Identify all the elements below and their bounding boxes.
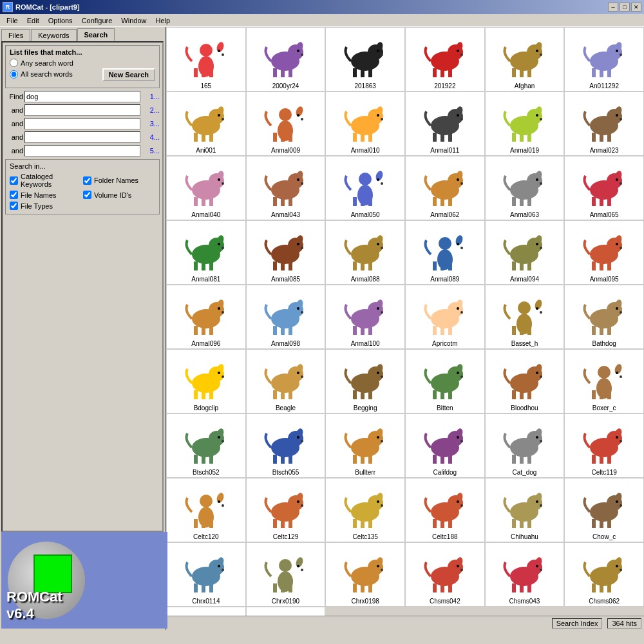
image-cell[interactable]: Anmal050 bbox=[325, 156, 405, 220]
menu-configure[interactable]: Configure bbox=[78, 15, 117, 26]
image-cell[interactable]: Bdogclip bbox=[166, 349, 246, 413]
find-num-4[interactable]: 4... bbox=[142, 133, 160, 141]
svg-point-238 bbox=[616, 307, 618, 310]
image-cell[interactable]: Anmal096 bbox=[166, 285, 246, 349]
image-cell[interactable]: Anmal098 bbox=[246, 285, 326, 349]
menu-file[interactable]: File bbox=[3, 15, 22, 26]
image-cell[interactable]: Basset_h bbox=[485, 285, 565, 349]
cell-label: Anmal019 bbox=[510, 147, 539, 154]
image-cell[interactable]: Anmal089 bbox=[405, 220, 485, 285]
find-input-2[interactable] bbox=[24, 104, 140, 116]
tab-keywords[interactable]: Keywords bbox=[31, 29, 76, 41]
image-cell[interactable]: Chow_c bbox=[564, 478, 644, 542]
image-placeholder bbox=[260, 484, 311, 532]
image-cell[interactable]: Anmal095 bbox=[564, 220, 644, 285]
radio-any-word[interactable] bbox=[10, 59, 18, 67]
find-input-4[interactable] bbox=[24, 131, 140, 143]
image-cell[interactable]: Anmal011 bbox=[405, 91, 485, 156]
image-cell[interactable]: Btsch052 bbox=[166, 413, 246, 478]
find-num-2[interactable]: 2... bbox=[142, 106, 160, 114]
find-num-1[interactable]: 1... bbox=[142, 93, 160, 100]
image-cell[interactable]: Anmal023 bbox=[564, 91, 644, 156]
checkbox-folder-names[interactable] bbox=[83, 176, 91, 185]
logo-green-square bbox=[33, 554, 72, 593]
maximize-button[interactable]: □ bbox=[620, 3, 630, 12]
image-cell[interactable]: Anmal009 bbox=[246, 91, 326, 156]
image-cell[interactable]: Celtc188 bbox=[405, 478, 485, 542]
image-cell[interactable]: Chsms062 bbox=[564, 542, 644, 607]
menu-window[interactable]: Window bbox=[117, 15, 150, 26]
image-cell[interactable]: Anmal100 bbox=[325, 285, 405, 349]
image-cell[interactable]: Bitten bbox=[405, 349, 485, 413]
image-cell[interactable]: Chsms043 bbox=[485, 542, 565, 607]
image-cell[interactable]: Begging bbox=[325, 349, 405, 413]
image-cell[interactable]: Anmal063 bbox=[485, 156, 565, 220]
svg-point-263 bbox=[381, 375, 383, 378]
image-cell[interactable]: 201863 bbox=[325, 27, 405, 91]
tab-search[interactable]: Search bbox=[77, 28, 115, 41]
find-input-3[interactable] bbox=[24, 118, 140, 129]
image-cell[interactable]: 201922 bbox=[405, 27, 485, 91]
svg-rect-36 bbox=[520, 68, 524, 77]
image-cell[interactable]: Anmal043 bbox=[246, 156, 326, 220]
image-cell[interactable]: Anmal010 bbox=[325, 91, 405, 156]
image-cell[interactable]: Chrx0190 bbox=[246, 542, 326, 607]
tab-files[interactable]: Files bbox=[1, 29, 30, 41]
image-cell[interactable]: Ani001 bbox=[166, 91, 246, 156]
image-cell[interactable]: Beagle bbox=[246, 349, 326, 413]
checkbox-file-names[interactable] bbox=[10, 191, 18, 199]
image-cell[interactable]: Anmal062 bbox=[405, 156, 485, 220]
menu-options[interactable]: Options bbox=[44, 15, 77, 26]
image-cell[interactable]: Bullterr bbox=[325, 413, 405, 478]
image-cell[interactable]: Celtc120 bbox=[166, 478, 246, 542]
find-num-5[interactable]: 5... bbox=[142, 147, 160, 155]
checkbox-file-types[interactable] bbox=[10, 202, 18, 210]
image-cell[interactable]: Cat_dog bbox=[485, 413, 565, 478]
minimize-button[interactable]: – bbox=[608, 3, 618, 12]
image-cell[interactable]: Bathdog bbox=[564, 285, 644, 349]
image-grid-wrapper[interactable]: 1652000yr24201863201922AfghanAn011292Ani… bbox=[166, 27, 644, 616]
image-cell[interactable]: Btsch055 bbox=[246, 413, 326, 478]
image-cell[interactable]: Anmal085 bbox=[246, 220, 326, 285]
image-cell[interactable]: 2000yr24 bbox=[246, 27, 326, 91]
close-button[interactable]: ✕ bbox=[631, 3, 641, 12]
image-cell[interactable]: Chrx0198 bbox=[325, 542, 405, 607]
find-input-5[interactable] bbox=[24, 145, 140, 156]
image-cell[interactable]: Apricotm bbox=[405, 285, 485, 349]
image-cell[interactable]: Celtc135 bbox=[325, 478, 405, 542]
menu-edit[interactable]: Edit bbox=[23, 15, 43, 26]
image-cell[interactable]: Chsms042 bbox=[405, 542, 485, 607]
image-cell[interactable]: Collie bbox=[246, 607, 326, 616]
image-cell[interactable]: Bloodhou bbox=[485, 349, 565, 413]
image-cell[interactable]: Celtc119 bbox=[564, 413, 644, 478]
find-input-1[interactable] bbox=[24, 91, 140, 102]
new-search-button[interactable]: New Search bbox=[102, 68, 155, 81]
image-cell[interactable]: Califdog bbox=[405, 413, 485, 478]
radio-all-words[interactable] bbox=[10, 70, 18, 79]
image-cell[interactable]: 165 bbox=[166, 27, 246, 91]
svg-rect-109 bbox=[289, 197, 292, 206]
image-cell[interactable]: Anmal065 bbox=[564, 156, 644, 220]
find-num-3[interactable]: 3... bbox=[142, 120, 160, 128]
image-cell[interactable]: Celtc129 bbox=[246, 478, 326, 542]
image-cell[interactable]: Anmal040 bbox=[166, 156, 246, 220]
svg-rect-155 bbox=[273, 261, 277, 270]
svg-point-79 bbox=[460, 118, 463, 120]
cell-label: Chrx0190 bbox=[272, 598, 299, 605]
image-cell[interactable]: Chihuahu bbox=[485, 478, 565, 542]
image-cell[interactable]: Anmal088 bbox=[325, 220, 405, 285]
checkbox-cataloged-keywords[interactable] bbox=[10, 176, 18, 185]
image-cell[interactable]: Anmal019 bbox=[485, 91, 565, 156]
image-cell[interactable]: Anmal094 bbox=[485, 220, 565, 285]
image-cell[interactable]: Clbtn008 bbox=[166, 607, 246, 616]
image-cell[interactable]: Anmal081 bbox=[166, 220, 246, 285]
svg-rect-148 bbox=[202, 261, 205, 270]
image-cell[interactable]: Afghan bbox=[485, 27, 565, 91]
menu-help[interactable]: Help bbox=[151, 15, 174, 26]
image-cell[interactable]: An011292 bbox=[564, 27, 644, 91]
checkbox-volume-ids[interactable] bbox=[83, 191, 91, 199]
image-cell[interactable]: Boxer_c bbox=[564, 349, 644, 413]
image-cell[interactable]: Chrx0114 bbox=[166, 542, 246, 607]
svg-rect-405 bbox=[368, 583, 372, 592]
status-bar: Search Index 364 hits bbox=[166, 616, 644, 630]
